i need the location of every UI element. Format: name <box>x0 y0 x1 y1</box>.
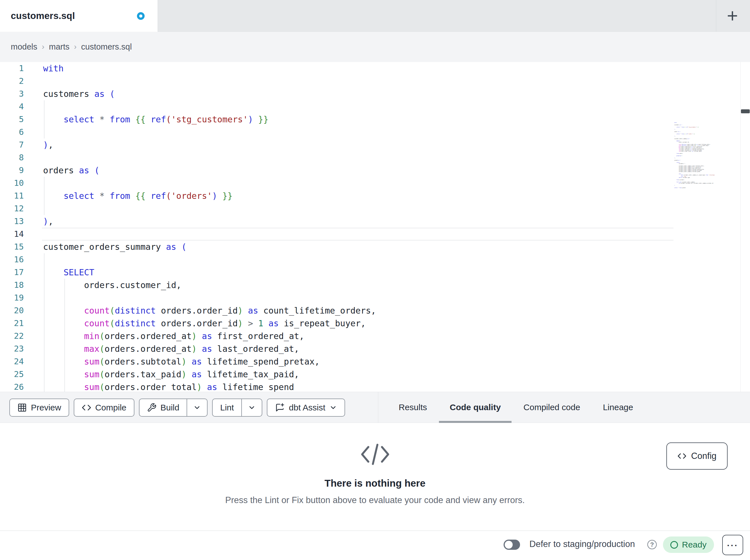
line-number: 19 <box>0 291 24 304</box>
line-number: 4 <box>0 100 24 113</box>
wrench-icon <box>147 403 157 412</box>
code-text: sum(orders.order_total) as lifetime_spen… <box>43 381 294 392</box>
breadcrumb-item-file[interactable]: customers.sql <box>81 42 132 51</box>
minimap[interactable]: with customers as ( select * from {{ ref… <box>674 122 718 193</box>
code-line-12[interactable]: 12 <box>0 202 741 215</box>
tab-code-quality-label: Code quality <box>450 402 501 412</box>
tab-compiled-code-label: Compiled code <box>524 402 580 412</box>
code-line-22[interactable]: 22 min(orders.ordered_at) as first_order… <box>0 330 741 343</box>
code-line-5[interactable]: 5 select * from {{ ref('stg_customers') … <box>0 113 741 126</box>
code-text: customers as ( <box>43 87 115 100</box>
chevron-down-icon <box>193 403 201 412</box>
lint-button[interactable]: Lint <box>213 399 241 416</box>
line-number: 6 <box>0 126 24 139</box>
toolbar-divider <box>378 392 378 423</box>
line-number: 1 <box>0 62 24 75</box>
empty-state-subtitle: Press the Lint or Fix button above to ev… <box>0 495 750 505</box>
code-text: orders as ( <box>43 164 100 177</box>
defer-toggle[interactable] <box>504 540 520 550</box>
code-line-21[interactable]: 21 count(distinct orders.order_id) > 1 a… <box>0 317 741 330</box>
code-text: sum(orders.tax_paid) as lifetime_tax_pai… <box>43 368 299 381</box>
tab-lineage-label: Lineage <box>603 402 633 412</box>
line-number: 12 <box>0 202 24 215</box>
build-button[interactable]: Build <box>139 399 187 416</box>
tab-results-label: Results <box>399 402 427 412</box>
code-line-10[interactable]: 10 <box>0 177 741 189</box>
tab-compiled-code[interactable]: Compiled code <box>524 392 580 423</box>
tab-code-quality[interactable]: Code quality <box>450 392 501 423</box>
toggle-knob <box>505 541 513 549</box>
dbt-assist-label: dbt Assist <box>289 403 325 412</box>
editor-tab-bar: customers.sql <box>0 0 750 32</box>
line-number: 8 <box>0 151 24 164</box>
tab-results[interactable]: Results <box>399 392 427 423</box>
status-bar <box>0 531 750 560</box>
line-number: 23 <box>0 343 24 355</box>
line-number: 24 <box>0 355 24 368</box>
table-icon <box>17 403 27 412</box>
status-badge: Ready <box>663 537 714 553</box>
code-line-13[interactable]: 13), <box>0 215 741 228</box>
code-line-16[interactable]: 16 <box>0 253 741 266</box>
line-number: 11 <box>0 189 24 202</box>
line-number: 15 <box>0 241 24 253</box>
line-number: 5 <box>0 113 24 126</box>
code-line-7[interactable]: 7), <box>0 139 741 151</box>
code-text: ), <box>43 139 53 151</box>
tab-lineage[interactable]: Lineage <box>603 392 633 423</box>
code-quality-panel: There is nothing here Press the Lint or … <box>0 423 750 531</box>
editor-scrollbar-thumb[interactable] <box>741 109 750 113</box>
tab-customers-sql[interactable]: customers.sql <box>0 0 158 32</box>
line-number: 22 <box>0 330 24 343</box>
breadcrumb-separator: › <box>74 42 77 51</box>
code-line-8[interactable]: 8 <box>0 151 741 164</box>
code-line-2[interactable]: 2 <box>0 75 741 87</box>
ellipsis-icon: ... <box>727 539 738 551</box>
breadcrumb: models › marts › customers.sql <box>11 32 132 62</box>
code-line-11[interactable]: 11 select * from {{ ref('orders') }} <box>0 189 741 202</box>
compile-button[interactable]: Compile <box>74 398 134 417</box>
assist-chat-icon <box>275 402 285 413</box>
preview-button[interactable]: Preview <box>9 398 69 417</box>
code-line-19[interactable]: 19 <box>0 291 741 304</box>
code-line-15[interactable]: 15customer_orders_summary as ( <box>0 241 741 253</box>
code-line-24[interactable]: 24 sum(orders.subtotal) as lifetime_spen… <box>0 355 741 368</box>
breadcrumb-item-models[interactable]: models <box>11 42 37 51</box>
config-button[interactable]: Config <box>666 442 728 470</box>
result-panel-tabs: Results Code quality Compiled code Linea… <box>399 392 633 423</box>
code-line-20[interactable]: 20 count(distinct orders.order_id) as co… <box>0 304 741 317</box>
code-slash-icon <box>0 441 750 469</box>
line-number: 9 <box>0 164 24 177</box>
line-number: 17 <box>0 266 24 279</box>
code-line-3[interactable]: 3customers as ( <box>0 87 741 100</box>
chevron-down-icon <box>248 403 256 412</box>
dbt-assist-button[interactable]: dbt Assist <box>267 398 345 417</box>
line-number: 14 <box>0 228 24 241</box>
code-line-23[interactable]: 23 max(orders.ordered_at) as last_ordere… <box>0 343 741 355</box>
build-dropdown-button[interactable] <box>186 399 207 416</box>
new-tab-button[interactable] <box>722 6 743 26</box>
code-line-9[interactable]: 9orders as ( <box>0 164 741 177</box>
code-line-4[interactable]: 4 <box>0 100 741 113</box>
help-icon[interactable]: ? <box>647 540 657 549</box>
more-options-button[interactable]: ... <box>722 535 743 555</box>
build-split-button: Build <box>139 398 208 417</box>
code-line-6[interactable]: 6 <box>0 126 741 139</box>
code-line-1[interactable]: 1with <box>0 62 741 75</box>
compile-label: Compile <box>95 403 126 412</box>
action-buttons: Preview Compile Build Lint dbt Assi <box>9 392 345 423</box>
code-text: max(orders.ordered_at) as last_ordered_a… <box>43 343 299 355</box>
config-label: Config <box>691 451 716 461</box>
code-line-18[interactable]: 18 orders.customer_id, <box>0 279 741 291</box>
code-lines: 1with23customers as (45 select * from {{… <box>0 62 741 392</box>
code-editor[interactable]: 1with23customers as (45 select * from {{… <box>0 62 750 392</box>
code-line-26[interactable]: 26 sum(orders.order_total) as lifetime_s… <box>0 381 741 392</box>
code-line-17[interactable]: 17 SELECT <box>0 266 741 279</box>
unsaved-changes-dot-icon <box>137 12 145 20</box>
line-number: 3 <box>0 87 24 100</box>
code-line-14[interactable]: 14 <box>0 228 741 241</box>
breadcrumb-item-marts[interactable]: marts <box>49 42 70 51</box>
code-text: customer_orders_summary as ( <box>43 241 186 253</box>
code-line-25[interactable]: 25 sum(orders.tax_paid) as lifetime_tax_… <box>0 368 741 381</box>
lint-dropdown-button[interactable] <box>241 399 262 416</box>
